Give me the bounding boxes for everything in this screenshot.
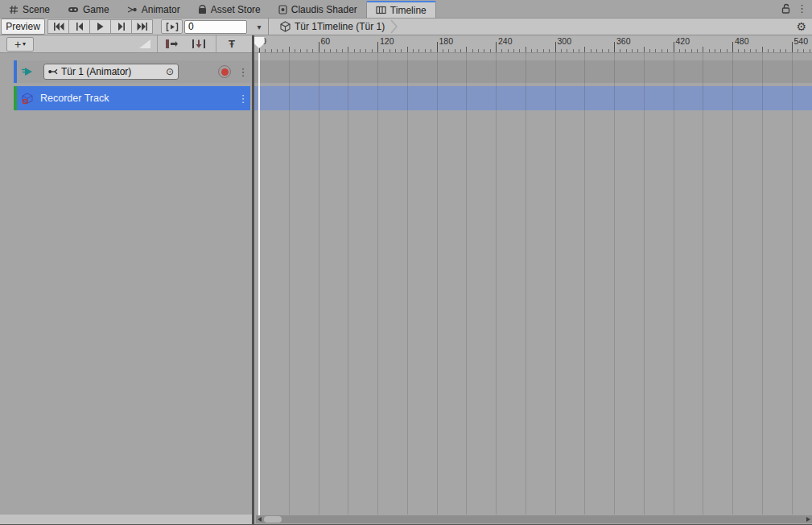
ruler-tick: [418, 49, 419, 52]
goto-start-button[interactable]: [47, 19, 69, 34]
timeline-window: Scene Game Animator Asset Store Claudis …: [0, 0, 812, 525]
ruler-tick: [372, 49, 373, 52]
grid-line: [644, 53, 645, 515]
ruler-tick: [365, 49, 366, 52]
ruler-tick: [614, 42, 615, 52]
track-row-animator[interactable]: [254, 60, 812, 83]
tab-label: Timeline: [390, 5, 427, 16]
ruler-tick: [543, 49, 544, 52]
goto-end-button[interactable]: [131, 19, 153, 34]
track-name: Recorder Track: [40, 93, 109, 104]
ruler-tick: [785, 49, 786, 52]
ruler-tick: [632, 49, 633, 52]
unlock-icon[interactable]: [781, 3, 790, 14]
ruler-tick: [360, 49, 361, 52]
play-range-toggle-button[interactable]: [161, 19, 183, 34]
ruler-tick: [685, 49, 686, 52]
scene-grid-icon: [9, 5, 19, 14]
object-picker-icon[interactable]: ⊙: [166, 66, 174, 77]
current-frame-input[interactable]: 0: [184, 20, 247, 34]
next-frame-button[interactable]: [110, 19, 132, 34]
edit-mode-mix-button[interactable]: [159, 39, 183, 48]
playhead-marker[interactable]: [254, 37, 265, 48]
curves-icon[interactable]: [139, 39, 150, 48]
window-controls: ⋮: [781, 2, 812, 18]
ruler-tick: [526, 47, 526, 52]
ruler-tick: [674, 42, 674, 52]
ruler-tick: [803, 49, 804, 52]
breadcrumb[interactable]: Tür 1Timeline (Tür 1): [280, 19, 398, 34]
record-button[interactable]: [218, 65, 231, 78]
grid-line: [437, 53, 438, 515]
scrollbar-thumb[interactable]: [264, 516, 282, 523]
marker-pin-icon[interactable]: Ŧ: [220, 38, 244, 50]
tab-game[interactable]: Game: [59, 1, 118, 18]
ruler-tick: [277, 49, 278, 52]
ruler-tick: [584, 47, 585, 52]
ruler-label: 240: [498, 36, 513, 46]
ruler-tick: [519, 49, 520, 52]
transport-buttons: [48, 19, 153, 34]
previous-frame-button[interactable]: [68, 19, 90, 34]
track-row-recorder-selected[interactable]: [254, 86, 812, 110]
tab-asset-store[interactable]: Asset Store: [189, 1, 270, 18]
kebab-menu-icon[interactable]: ⋮: [797, 2, 807, 14]
ruler-tick: [472, 49, 473, 52]
ruler-label: 180: [439, 36, 454, 46]
tab-animator[interactable]: Animator: [118, 1, 189, 18]
track-menu-kebab-icon[interactable]: ⋮: [236, 93, 250, 105]
ruler-tick: [756, 49, 756, 52]
ruler-tick: [750, 49, 751, 52]
ruler-tick: [697, 49, 698, 52]
track-header-animator[interactable]: Tür 1 (Animator) ⊙ ⋮: [14, 60, 250, 83]
ruler-tick: [567, 49, 567, 52]
scroll-right-arrow[interactable]: [806, 517, 810, 522]
tab-scene[interactable]: Scene: [0, 1, 59, 18]
tab-bar: Scene Game Animator Asset Store Claudis …: [0, 0, 812, 18]
recorder-track-icon: [21, 93, 34, 105]
ruler-tick: [644, 47, 645, 52]
game-controller-icon: [68, 6, 79, 14]
ruler-tick: [271, 49, 272, 52]
ruler-tick: [626, 49, 627, 52]
playhead-line[interactable]: [258, 53, 260, 515]
ruler-tick: [265, 49, 266, 52]
edit-mode-mix-icon: [165, 39, 178, 48]
preview-label: Preview: [6, 21, 40, 32]
preview-toggle-button[interactable]: Preview: [1, 19, 45, 35]
ruler-tick: [437, 42, 438, 52]
track-header-recorder[interactable]: Recorder Track ⋮: [14, 86, 250, 110]
plus-icon: +: [14, 39, 21, 50]
grid-line: [289, 53, 290, 515]
ruler-tick: [727, 49, 728, 52]
play-button[interactable]: [89, 19, 111, 34]
track-toolbar-row: + ▾ Ŧ 060120180240300360420480540: [0, 35, 812, 53]
animator-binding-field[interactable]: Tür 1 (Animator) ⊙: [43, 64, 179, 80]
ruler-label: 60: [321, 36, 331, 46]
goto-end-icon: [137, 23, 148, 31]
tab-timeline[interactable]: Timeline: [366, 1, 436, 18]
ruler-tick: [720, 49, 721, 52]
ruler-tick: [295, 49, 295, 52]
ruler-tick: [508, 49, 509, 52]
tab-claudis-shader[interactable]: Claudis Shader: [270, 1, 366, 18]
ruler-tick: [466, 47, 467, 52]
scroll-left-arrow[interactable]: [258, 517, 262, 522]
timeline-icon: [376, 6, 386, 14]
timeline-ruler[interactable]: 060120180240300360420480540: [254, 35, 812, 52]
horizontal-scrollbar[interactable]: [256, 515, 812, 523]
clips-area[interactable]: [254, 53, 812, 524]
edit-mode-ripple-icon: [192, 39, 206, 48]
ruler-tick: [348, 47, 348, 52]
ruler-tick: [431, 49, 431, 52]
track-menu-kebab-icon[interactable]: ⋮: [236, 66, 250, 78]
timeline-options-dropdown[interactable]: ▾: [252, 23, 266, 31]
add-track-button[interactable]: + ▾: [6, 37, 34, 52]
ruler-tick: [342, 49, 343, 52]
edit-mode-ripple-button[interactable]: [187, 39, 211, 48]
gear-icon[interactable]: ⚙: [796, 21, 806, 32]
ruler-tick: [792, 42, 793, 52]
panel-resize-handle[interactable]: [252, 35, 254, 524]
play-icon: [97, 23, 104, 31]
ruler-tick: [667, 49, 668, 52]
